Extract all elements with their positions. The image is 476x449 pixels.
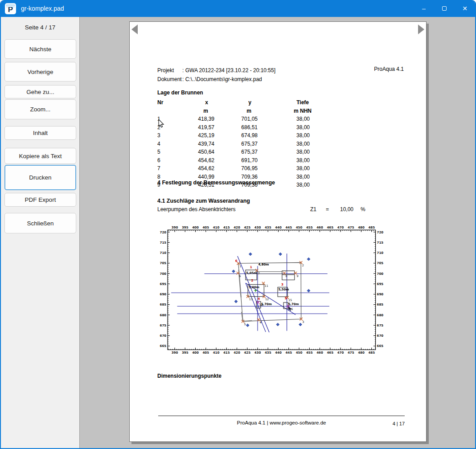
x-tick-label-top: 435 [265,226,271,229]
minimize-icon: – [422,5,426,12]
x-tick-label-bottom: 430 [254,351,261,355]
y-tick-label-left: 665 [160,344,167,348]
x-tick-label-bottom: 435 [265,351,271,355]
table-body: 1418,39701,0538,002419,57686,5138,003425… [157,115,318,189]
maximize-button[interactable] [434,0,455,17]
surcharge-label: Leerpumpen des Absenktrichters [157,206,235,212]
minimize-button[interactable]: – [414,0,434,17]
table-cell: 450,64 [179,148,219,156]
area-id: 6 [235,259,238,263]
table-cell: 38,00 [262,115,314,123]
page-forward-arrow-icon[interactable] [418,24,424,34]
y-tick-label-right: 695 [377,282,384,286]
x-tick-label-bottom: 400 [192,351,199,355]
y-tick-label-right: 670 [377,334,384,338]
dim-point-label: 8 [285,274,287,278]
col-unit: m [219,107,262,115]
y-tick-label-right: 720 [377,231,384,234]
table-cell: 454,62 [179,164,219,173]
table-cell: 674,98 [219,131,262,140]
dim-point-label: 4 [260,321,262,324]
prev-page-button[interactable]: Vorherige [4,62,76,82]
next-page-button[interactable]: Nächste [4,39,76,59]
dim-point-label: 11 [265,284,268,288]
app-window: P gr-komplex.pad – ✕ Seite 4 / 17 Nächst… [0,0,476,449]
pdf-export-button[interactable]: PDF Export [4,193,76,207]
project-value: : GWA 20122-234 [23.10.22 - 20:10:55] [182,67,275,73]
table-header-row: NrxyTiefe [157,98,318,107]
document-page: Projekt: GWA 20122-234 [23.10.22 - 20:10… [129,21,427,442]
goto-page-button[interactable]: Gehe zu... [4,85,76,98]
x-tick-label-bottom: 455 [306,351,313,355]
x-tick-label-bottom: 395 [182,351,189,355]
table-cell: 38,00 [262,164,314,173]
copy-as-text-button[interactable]: Kopiere als Text [4,148,76,164]
section-4-heading: 4 Festlegung der Bemessungswassermenge [157,180,275,186]
close-button[interactable]: ✕ [455,0,475,17]
area-id: 4 [258,297,260,301]
print-button[interactable]: Drucken [4,165,76,190]
y-tick-label-right: 715 [377,241,384,245]
zoom-button[interactable]: Zoom... [4,99,76,119]
dim-point-label: 13 [249,298,253,301]
table-row: 6454,62691,7038,00 [157,156,318,165]
x-tick-label-top: 430 [254,226,261,229]
site-plan-chart: 3903903953954004004054054104104154154204… [160,226,383,358]
app-version: ProAqua 4.1 [374,66,404,72]
sidebar: Seite 4 / 17 Nächste Vorherige Gehe zu..… [1,17,80,448]
x-tick-label-top: 485 [368,226,375,229]
measurement-label: 4,80m [258,263,269,266]
x-tick-label-bottom: 475 [348,351,354,355]
x-tick-label-bottom: 420 [234,351,240,355]
table-cell: 675,37 [219,148,262,156]
x-tick-label-bottom: 465 [327,351,333,355]
x-tick-label-bottom: 425 [244,351,250,355]
table-cell: 5 [157,148,179,156]
table-cell: 691,70 [219,156,262,165]
page-back-arrow-icon[interactable] [131,24,138,34]
footer-text: ProAqua 4.1 | www.progeo-software.de [158,420,405,425]
x-tick-label-bottom: 480 [358,351,365,355]
x-tick-label-bottom: 390 [172,351,178,355]
col-header: Nr [157,98,179,107]
contents-button[interactable]: Inhalt [4,126,76,140]
table-title: Lage der Brunnen [157,90,203,96]
table-row: 7454,62706,9538,00 [157,164,318,173]
col-unit: m NHN [262,107,314,115]
x-tick-label-top: 445 [285,226,292,229]
measurement-label: 5,00m [249,286,259,289]
dim-point-label: 2 [302,264,304,267]
table-row: 1418,39701,0538,00 [157,115,318,123]
col-header: Tiefe [262,98,314,107]
y-tick-label-left: 680 [160,314,167,317]
plot-border [168,230,375,350]
table-cell: 38,00 [262,131,314,140]
table-cell: 38,00 [262,148,314,156]
table-cell: 706,95 [219,164,262,173]
y-tick-label-left: 705 [160,261,167,265]
x-tick-label-top: 420 [234,226,240,229]
measurement-label: 5,50m [279,288,289,291]
x-tick-label-top: 470 [337,226,344,229]
x-tick-label-bottom: 445 [285,351,292,355]
x-tick-label-bottom: 485 [368,351,375,355]
y-tick-label-left: 695 [160,282,167,286]
surcharge-eq: = [326,206,329,212]
table-cell: 38,00 [262,156,314,165]
document-viewport: Projekt: GWA 20122-234 [23.10.22 - 20:10… [80,17,475,448]
document-label: Dokument [157,75,182,84]
x-tick-label-top: 425 [244,226,250,229]
close-doc-button[interactable]: Schließen [4,213,76,233]
table-cell: 38,00 [262,140,314,148]
y-tick-label-left: 710 [160,251,167,255]
x-tick-label-top: 400 [192,226,199,229]
y-tick-label-left: 670 [160,334,167,338]
page-indicator: Seite 4 / 17 [1,24,79,31]
x-tick-label-bottom: 460 [316,351,323,355]
surcharge-value: 10,00 [336,206,353,212]
footer-page-number: 4 | 17 [393,421,405,426]
table-cell: 418,39 [179,115,219,123]
maximize-icon [442,6,447,11]
table-cell: 6 [157,156,179,165]
surcharge-symbol: Z1 [310,206,316,212]
